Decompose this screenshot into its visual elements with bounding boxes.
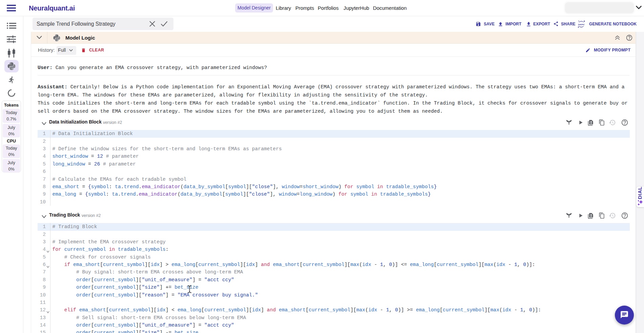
svg-text:jupyter: jupyter (578, 23, 585, 25)
